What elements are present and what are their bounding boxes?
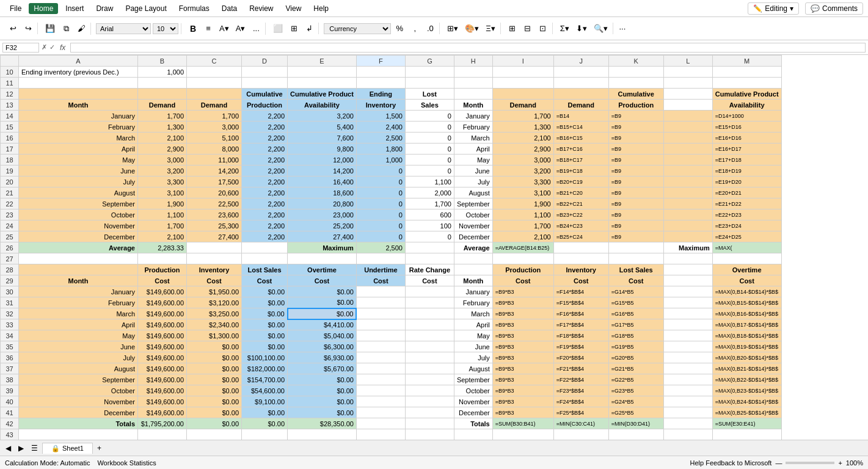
table-row[interactable]: =B9*B3 <box>492 374 553 385</box>
table-row[interactable]: $5,040.00 <box>288 330 357 341</box>
table-row[interactable]: 33 <box>1 319 19 330</box>
table-row[interactable]: $3,250.00 <box>187 308 242 319</box>
table-row[interactable]: January <box>19 286 138 297</box>
table-row[interactable]: Availability <box>712 100 781 111</box>
table-row[interactable]: 0 <box>356 165 405 176</box>
table-row[interactable]: 2,500 <box>356 133 405 144</box>
table-row[interactable]: =MAX(0,B19-$D$14)*$B$ <box>712 341 781 352</box>
table-row[interactable] <box>454 429 492 440</box>
cell-reference-input[interactable] <box>2 43 39 53</box>
table-row[interactable] <box>492 78 553 89</box>
table-row[interactable]: Inventory <box>553 264 608 275</box>
table-row[interactable]: =E16+D16 <box>712 133 781 144</box>
table-row[interactable]: Availability <box>288 100 357 111</box>
table-row[interactable]: Production <box>608 100 663 111</box>
table-row[interactable] <box>405 407 454 418</box>
table-row[interactable] <box>553 78 608 89</box>
wrap-button[interactable]: ↲ <box>302 23 316 34</box>
table-row[interactable]: Production <box>242 100 288 111</box>
table-row[interactable]: Cost <box>553 275 608 286</box>
table-row[interactable]: =G21*B5 <box>608 363 663 374</box>
table-row[interactable]: 25,200 <box>288 220 357 231</box>
table-row[interactable]: 2,900 <box>492 144 553 155</box>
table-row[interactable]: 0 <box>356 176 405 187</box>
tab-nav-next[interactable]: ▶ <box>15 443 27 454</box>
menu-help[interactable]: Help <box>308 3 334 14</box>
table-row[interactable] <box>663 78 712 89</box>
table-row[interactable]: 1,100 <box>138 209 187 220</box>
table-row[interactable]: November <box>454 220 492 231</box>
table-row[interactable] <box>138 253 187 264</box>
table-row[interactable]: 20 <box>1 176 19 187</box>
zoom-slider[interactable] <box>786 462 834 464</box>
col-header-I[interactable]: I <box>492 56 553 67</box>
table-row[interactable]: 1,500 <box>356 111 405 122</box>
more-button[interactable]: ... <box>249 23 263 34</box>
table-row[interactable] <box>663 264 712 275</box>
table-row[interactable] <box>492 89 553 100</box>
find-button[interactable]: 🔍▾ <box>591 23 610 34</box>
table-row[interactable] <box>492 253 553 264</box>
table-row[interactable] <box>187 253 242 264</box>
merge-button[interactable]: ⊞ <box>287 23 301 34</box>
table-row[interactable]: $28,350.00 <box>288 418 357 429</box>
table-row[interactable]: $149,600.00 <box>138 396 187 407</box>
table-row[interactable]: $3,120.00 <box>187 297 242 308</box>
table-row[interactable] <box>405 253 454 264</box>
table-row[interactable] <box>242 253 288 264</box>
table-row[interactable]: 11,000 <box>187 155 242 165</box>
table-row[interactable]: $0.00 <box>187 385 242 396</box>
table-row[interactable]: $149,600.00 <box>138 363 187 374</box>
table-row[interactable]: 2,200 <box>242 144 288 155</box>
table-row[interactable]: 14,200 <box>288 165 357 176</box>
table-row[interactable]: July <box>454 176 492 187</box>
table-row[interactable] <box>454 78 492 89</box>
zoom-out-button[interactable]: — <box>775 459 782 467</box>
table-row[interactable]: =F14*$B$4 <box>553 286 608 297</box>
table-row[interactable] <box>405 385 454 396</box>
table-row[interactable]: 1,100 <box>405 176 454 187</box>
percent-button[interactable]: % <box>393 23 406 34</box>
table-row[interactable]: =E15+D16 <box>712 122 781 133</box>
table-row[interactable]: $0.00 <box>242 308 288 319</box>
comments-button[interactable]: 💬 Comments <box>805 2 863 15</box>
table-row[interactable] <box>356 396 405 407</box>
table-row[interactable]: $0.00 <box>242 319 288 330</box>
table-row[interactable]: 13 <box>1 100 19 111</box>
table-row[interactable]: August <box>19 187 138 198</box>
table-row[interactable]: May <box>454 330 492 341</box>
table-row[interactable]: 2,400 <box>356 122 405 133</box>
format-painter-button[interactable]: 🖌 <box>75 23 88 34</box>
table-row[interactable]: =MIN(C30:C41) <box>553 418 608 429</box>
table-row[interactable] <box>405 297 454 308</box>
table-row[interactable]: =G23*B5 <box>608 385 663 396</box>
table-row[interactable]: =E24+D25 <box>712 231 781 242</box>
table-row[interactable]: Cost <box>492 275 553 286</box>
table-row[interactable]: $0.00 <box>187 341 242 352</box>
table-row[interactable]: $0.00 <box>242 418 288 429</box>
insert-cells-button[interactable]: ⊞ <box>506 23 519 34</box>
table-row[interactable]: =B9*B3 <box>492 407 553 418</box>
table-row[interactable]: $0.00 <box>242 341 288 352</box>
table-row[interactable]: =MAX( <box>712 242 781 253</box>
table-row[interactable]: $0.00 <box>242 330 288 341</box>
table-row[interactable]: 2,200 <box>242 155 288 165</box>
table-row[interactable]: May <box>19 330 138 341</box>
table-row[interactable]: =F24*$B$4 <box>553 396 608 407</box>
table-row[interactable]: Maximum <box>663 242 712 253</box>
table-row[interactable]: March <box>454 308 492 319</box>
table-row[interactable]: 43 <box>1 429 19 440</box>
decrease-decimal-button[interactable]: .0 <box>423 23 437 34</box>
table-row[interactable]: Ending inventory (previous Dec.) <box>19 67 138 78</box>
table-row[interactable]: =E18+D19 <box>712 165 781 176</box>
table-row[interactable]: =B21+C20 <box>553 187 608 198</box>
table-row[interactable] <box>356 78 405 89</box>
font-name-select[interactable]: Arial <box>96 23 151 34</box>
undo-button[interactable]: ↩ <box>6 23 20 34</box>
table-row[interactable]: 18,600 <box>288 187 357 198</box>
table-row[interactable] <box>187 242 242 253</box>
table-row[interactable]: Demand <box>187 100 242 111</box>
table-row[interactable]: February <box>19 122 138 133</box>
table-row[interactable]: =F19*$B$4 <box>553 341 608 352</box>
table-row[interactable]: 3,300 <box>492 176 553 187</box>
